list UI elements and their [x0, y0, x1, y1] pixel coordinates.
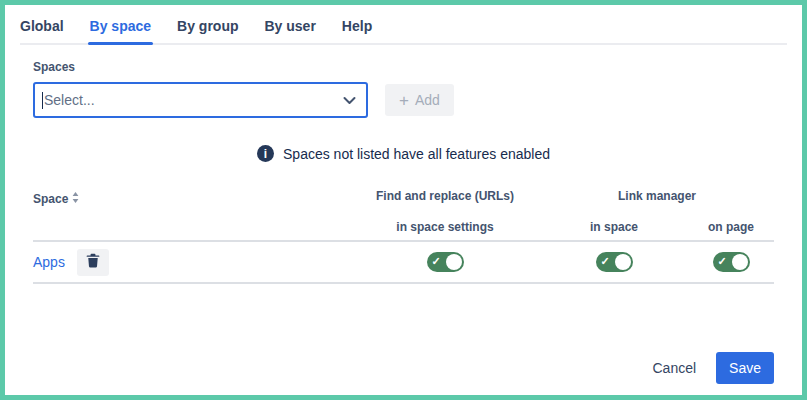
tab-global[interactable]: Global: [20, 18, 64, 43]
check-icon: ✓: [432, 255, 441, 268]
text-caret: [42, 92, 43, 109]
info-banner: i Spaces not listed have all features en…: [5, 145, 802, 162]
column-header-in-space: in space: [540, 212, 688, 238]
spaces-select-placeholder: Select...: [44, 92, 343, 108]
spaces-select[interactable]: Select...: [33, 82, 368, 118]
column-group-find-replace: Find and replace (URLs): [350, 186, 540, 212]
toggle-in-space[interactable]: ✓: [596, 252, 633, 272]
check-icon: ✓: [601, 255, 610, 268]
tab-by-space[interactable]: By space: [90, 18, 151, 43]
info-icon: i: [257, 145, 274, 162]
settings-panel: Global By space By group By user Help Sp…: [0, 0, 807, 400]
toggle-knob: [732, 254, 748, 270]
features-table: Space Find and replace (URLs) Link manag…: [33, 186, 774, 284]
footer-actions: Cancel Save: [640, 352, 774, 384]
column-group-link-manager: Link manager: [540, 186, 774, 212]
add-button[interactable]: + Add: [385, 84, 454, 116]
cancel-button[interactable]: Cancel: [640, 353, 708, 383]
trash-icon: [86, 253, 100, 271]
add-button-label: Add: [415, 92, 440, 108]
features-table-header: Space Find and replace (URLs) Link manag…: [33, 186, 774, 242]
column-header-in-space-settings: in space settings: [350, 212, 540, 238]
column-header-on-page: on page: [688, 212, 774, 238]
toggle-knob: [446, 254, 462, 270]
tab-bar: Global By space By group By user Help: [20, 5, 787, 45]
check-icon: ✓: [718, 255, 727, 268]
sort-icon: [72, 192, 79, 206]
space-link-apps[interactable]: Apps: [33, 254, 65, 270]
delete-space-button[interactable]: [77, 249, 109, 276]
toggle-in-space-settings[interactable]: ✓: [427, 252, 464, 272]
tab-by-group[interactable]: By group: [177, 18, 238, 43]
table-row: Apps ✓ ✓: [33, 242, 774, 284]
tab-help[interactable]: Help: [342, 18, 372, 43]
spaces-form: Spaces Select... + Add: [33, 60, 774, 118]
toggle-knob: [615, 254, 631, 270]
spaces-label: Spaces: [33, 60, 774, 74]
save-button[interactable]: Save: [716, 352, 774, 384]
column-header-space[interactable]: Space: [33, 186, 350, 212]
toggle-on-page[interactable]: ✓: [713, 252, 750, 272]
chevron-down-icon: [343, 96, 356, 105]
tab-by-user[interactable]: By user: [265, 18, 316, 43]
plus-icon: +: [399, 92, 409, 109]
info-banner-text: Spaces not listed have all features enab…: [283, 146, 550, 162]
